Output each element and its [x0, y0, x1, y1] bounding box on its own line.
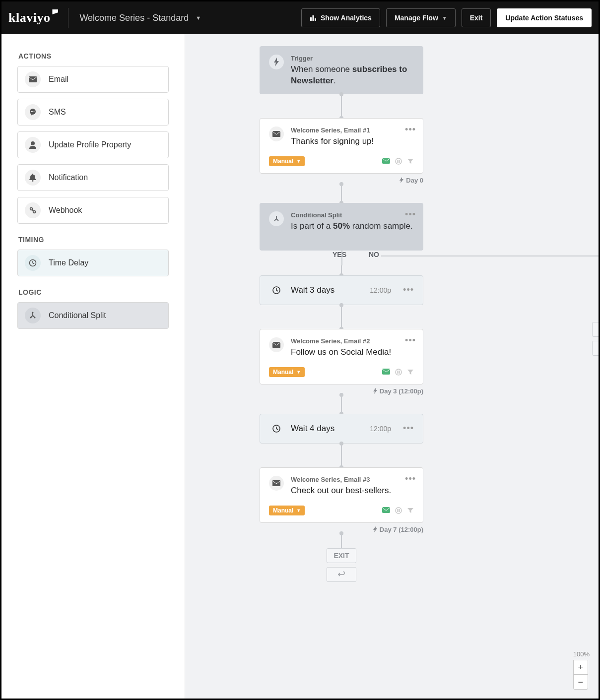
palette-notification[interactable]: Notification: [17, 164, 169, 191]
zoom-in-button[interactable]: +: [573, 660, 588, 675]
delay-time: 12:00p: [370, 425, 391, 433]
filter-icon: [407, 369, 414, 376]
svg-rect-23: [382, 369, 390, 375]
zoom-level-label: 100%: [573, 650, 590, 658]
svg-rect-0: [310, 17, 312, 21]
palette-time-delay[interactable]: Time Delay: [17, 250, 169, 276]
lightning-icon: [269, 55, 284, 69]
svg-rect-31: [398, 509, 399, 512]
svg-point-6: [32, 111, 33, 112]
flow-email-1-card[interactable]: ••• Welcome Series, Email #1 Thanks for …: [260, 118, 423, 174]
palette-conditional-split[interactable]: Conditional Split: [17, 302, 169, 329]
svg-point-15: [34, 317, 36, 318]
flow-title-dropdown[interactable]: Welcome Series - Standard ▼: [79, 13, 201, 23]
svg-rect-20: [399, 160, 400, 163]
palette-item-label: Webhook: [49, 206, 82, 215]
palette-item-label: Email: [49, 75, 68, 84]
card-text: Thanks for signing up!: [291, 136, 374, 147]
logo-flag-icon: [52, 9, 58, 14]
palette-item-label: Notification: [49, 173, 88, 182]
flow-conditional-split-card[interactable]: ••• Conditional Split Is part of a 50% r…: [260, 203, 423, 251]
exit-return-icon[interactable]: [592, 341, 599, 356]
flow-delay-2-card[interactable]: Wait 4 days 12:00p •••: [260, 414, 423, 444]
svg-rect-16: [272, 131, 280, 137]
branch-yes-label: YES: [333, 251, 346, 258]
card-text: Is part of a 50% random sample.: [291, 221, 413, 232]
ab-test-icon: [395, 158, 402, 165]
svg-point-13: [32, 312, 34, 314]
card-menu-button[interactable]: •••: [405, 209, 416, 220]
caret-down-icon: ▼: [296, 508, 301, 513]
section-label-timing: TIMING: [18, 236, 169, 244]
svg-point-5: [31, 111, 32, 112]
svg-point-18: [396, 158, 401, 164]
flow-trigger-card[interactable]: Trigger When someone subscribes to Newsl…: [260, 46, 423, 94]
section-label-actions: ACTIONS: [18, 52, 169, 60]
palette-item-label: Update Profile Property: [49, 140, 131, 149]
svg-rect-25: [398, 371, 399, 374]
palette-webhook[interactable]: Webhook: [17, 197, 169, 224]
show-analytics-button[interactable]: Show Analytics: [301, 8, 380, 27]
email-icon: [269, 476, 284, 491]
caret-down-icon: ▼: [296, 159, 301, 164]
status-badge-dropdown[interactable]: Manual▼: [269, 156, 305, 166]
svg-rect-32: [399, 509, 400, 512]
card-footer-icons: [382, 369, 414, 376]
card-menu-button[interactable]: •••: [405, 125, 416, 135]
actions-sidebar: ACTIONS Email SMS Update Profile Propert…: [1, 34, 185, 699]
branch-labels: YES NO: [260, 251, 423, 265]
delay-text: Wait 3 days: [291, 285, 363, 295]
palette-update-profile[interactable]: Update Profile Property: [17, 131, 169, 158]
exit-badge[interactable]: EXIT: [592, 322, 599, 337]
filter-icon: [407, 507, 414, 514]
status-badge-dropdown[interactable]: Manual▼: [269, 367, 305, 377]
flow-canvas[interactable]: Trigger When someone subscribes to Newsl…: [185, 34, 599, 699]
clock-icon: [25, 255, 41, 271]
manage-flow-button[interactable]: Manage Flow ▼: [386, 8, 456, 27]
caret-down-icon: ▼: [196, 15, 201, 21]
card-menu-button[interactable]: •••: [405, 474, 416, 484]
section-label-logic: LOGIC: [18, 288, 169, 296]
person-icon: [25, 137, 41, 153]
ab-test-icon: [395, 369, 402, 376]
branch-no-label: NO: [369, 251, 379, 258]
svg-point-30: [396, 508, 401, 513]
flow-title-text: Welcome Series - Standard: [79, 13, 189, 23]
palette-email[interactable]: Email: [17, 66, 169, 93]
email-icon: [269, 127, 284, 141]
flow-delay-1-card[interactable]: Wait 3 days 12:00p •••: [260, 275, 423, 305]
svg-rect-29: [382, 507, 390, 513]
card-label: Welcome Series, Email #3: [291, 476, 391, 483]
card-footer-icons: [382, 158, 414, 165]
card-footer-icons: [382, 507, 414, 514]
exit-return-icon[interactable]: [327, 567, 356, 582]
flow-email-2-card[interactable]: ••• Welcome Series, Email #2 Follow us o…: [260, 329, 423, 384]
card-text: When someone subscribes to Newsletter.: [291, 64, 414, 87]
card-menu-button[interactable]: •••: [403, 285, 414, 295]
exit-button[interactable]: Exit: [462, 8, 491, 27]
smart-send-icon: [382, 369, 390, 376]
flow-email-3-card[interactable]: ••• Welcome Series, Email #3 Check out o…: [260, 467, 423, 523]
delay-text: Wait 4 days: [291, 424, 363, 434]
svg-rect-19: [398, 160, 399, 163]
flow-exit-no: EXIT: [587, 322, 599, 356]
bar-chart-icon: [310, 14, 317, 21]
exit-badge[interactable]: EXIT: [327, 548, 356, 563]
card-label: Conditional Split: [291, 211, 413, 219]
palette-sms[interactable]: SMS: [17, 99, 169, 126]
status-badge-dropdown[interactable]: Manual▼: [269, 506, 305, 515]
filter-icon: [407, 158, 414, 165]
card-menu-button[interactable]: •••: [403, 423, 414, 434]
card-menu-button[interactable]: •••: [405, 335, 416, 346]
svg-rect-3: [29, 76, 37, 82]
update-action-statuses-button[interactable]: Update Action Statuses: [497, 8, 592, 27]
email-icon: [269, 337, 284, 352]
zoom-out-button[interactable]: −: [573, 675, 588, 690]
palette-item-label: Time Delay: [49, 258, 88, 267]
caret-down-icon: ▼: [442, 15, 447, 21]
header-divider: [68, 8, 68, 28]
svg-point-24: [396, 369, 401, 375]
card-label: Welcome Series, Email #2: [291, 337, 391, 345]
svg-rect-22: [272, 342, 280, 348]
clock-icon: [269, 421, 284, 436]
